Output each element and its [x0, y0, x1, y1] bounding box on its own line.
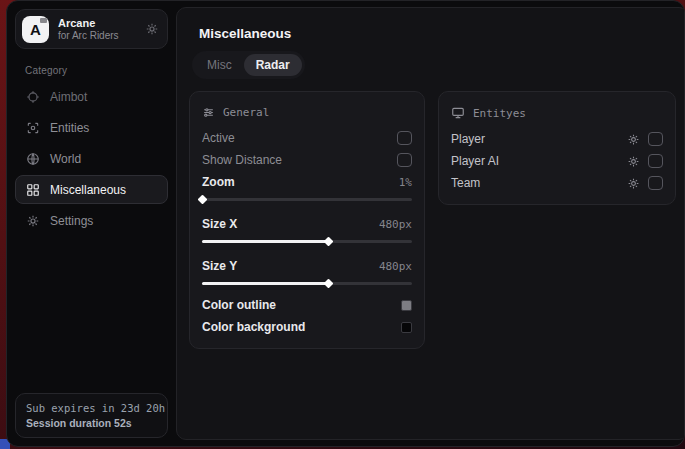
globe-icon: [26, 152, 40, 166]
player-label: Player: [451, 132, 485, 146]
sub-expires-text: Sub expires in 23d 20h: [26, 402, 157, 414]
zoom-value: 1%: [399, 176, 412, 189]
monitor-icon: [451, 106, 465, 120]
color-background-row: Color background: [202, 316, 412, 338]
team-checkbox[interactable]: [648, 176, 663, 190]
tab-bar: Misc Radar: [192, 51, 305, 79]
app-subtitle: for Arc Riders: [58, 30, 136, 42]
gear-icon: [26, 214, 40, 228]
player-ai-label: Player AI: [451, 154, 499, 168]
player-checkbox[interactable]: [648, 132, 663, 146]
slider-handle[interactable]: [198, 195, 208, 205]
cube-scan-icon: [26, 121, 40, 135]
grid-icon: [26, 183, 40, 197]
subscription-card: Sub expires in 23d 20h Session duration …: [15, 393, 168, 438]
size-x-label: Size X: [202, 217, 237, 231]
general-panel-header: General: [202, 106, 412, 119]
entities-panel: Entityes Player P: [438, 91, 676, 205]
show-distance-label: Show Distance: [202, 153, 282, 167]
size-y-row: Size Y 480px: [202, 255, 412, 277]
active-label: Active: [202, 131, 235, 145]
slider-handle[interactable]: [324, 237, 334, 247]
session-duration-text: Session duration 52s: [26, 417, 157, 429]
app-logo-card: A Arcane for Arc Riders: [15, 9, 168, 49]
size-y-slider[interactable]: [202, 279, 412, 288]
app-name: Arcane: [58, 17, 136, 30]
app-window: A Arcane for Arc Riders Category: [6, 0, 685, 447]
app-logo-letter: A: [30, 21, 41, 38]
sidebar-item-world[interactable]: World: [15, 144, 168, 173]
show-distance-row: Show Distance: [202, 149, 412, 171]
size-x-value: 480px: [379, 218, 412, 231]
player-ai-row: Player AI: [451, 150, 663, 172]
app-title-block: Arcane for Arc Riders: [58, 17, 136, 41]
app-logo: A: [22, 16, 49, 43]
player-ai-checkbox[interactable]: [648, 154, 663, 168]
general-panel-title: General: [223, 106, 269, 119]
zoom-slider[interactable]: [202, 195, 412, 204]
color-outline-swatch[interactable]: [401, 300, 412, 311]
sidebar-item-aimbot[interactable]: Aimbot: [15, 82, 168, 111]
panel-row: General Active Show Distance Zoom 1%: [189, 91, 676, 349]
size-x-row: Size X 480px: [202, 213, 412, 235]
active-checkbox[interactable]: [397, 131, 412, 145]
team-gear-icon[interactable]: [627, 177, 640, 190]
color-outline-row: Color outline: [202, 294, 412, 316]
sidebar-item-label: Miscellaneous: [50, 183, 126, 197]
team-controls: [627, 176, 663, 190]
size-y-label: Size Y: [202, 259, 237, 273]
active-row: Active: [202, 127, 412, 149]
sidebar-item-label: Settings: [50, 214, 93, 228]
general-panel: General Active Show Distance Zoom 1%: [189, 91, 425, 349]
color-background-swatch[interactable]: [401, 322, 412, 333]
player-gear-icon[interactable]: [627, 133, 640, 146]
sidebar-item-label: Aimbot: [50, 90, 87, 104]
size-x-slider[interactable]: [202, 237, 412, 246]
sliders-icon: [202, 106, 215, 119]
app-settings-gear-icon[interactable]: [145, 22, 159, 36]
zoom-row: Zoom 1%: [202, 171, 412, 193]
color-outline-label: Color outline: [202, 298, 276, 312]
sidebar-item-settings[interactable]: Settings: [15, 206, 168, 235]
show-distance-checkbox[interactable]: [397, 153, 412, 167]
zoom-label: Zoom: [202, 175, 235, 189]
sidebar-item-miscellaneous[interactable]: Miscellaneous: [15, 175, 168, 204]
team-row: Team: [451, 172, 663, 194]
team-label: Team: [451, 176, 480, 190]
player-ai-controls: [627, 154, 663, 168]
category-label: Category: [25, 65, 168, 76]
slider-track: [202, 198, 412, 201]
tab-radar[interactable]: Radar: [244, 54, 302, 76]
main-content: Miscellaneous Misc Radar General: [176, 7, 685, 440]
sidebar-item-label: Entities: [50, 121, 89, 135]
crosshair-icon: [26, 90, 40, 104]
sidebar: A Arcane for Arc Riders Category: [7, 1, 176, 446]
color-background-label: Color background: [202, 320, 305, 334]
slider-fill: [202, 240, 328, 243]
entities-panel-title: Entityes: [473, 107, 526, 120]
slider-fill: [202, 282, 328, 285]
size-y-value: 480px: [379, 260, 412, 273]
page-title: Miscellaneous: [199, 26, 676, 41]
slider-handle[interactable]: [324, 279, 334, 289]
entities-panel-header: Entityes: [451, 106, 663, 120]
tab-misc[interactable]: Misc: [195, 54, 244, 76]
player-row: Player: [451, 128, 663, 150]
player-ai-gear-icon[interactable]: [627, 155, 640, 168]
sidebar-item-entities[interactable]: Entities: [15, 113, 168, 142]
sidebar-nav: Aimbot Entities World: [15, 82, 168, 235]
player-controls: [627, 132, 663, 146]
sidebar-item-label: World: [50, 152, 81, 166]
